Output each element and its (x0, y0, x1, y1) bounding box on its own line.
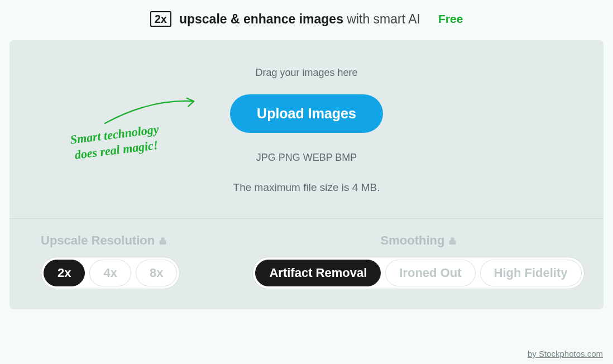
upscale-option-4x[interactable]: 4x (89, 260, 131, 286)
upscale-option-8x[interactable]: 8x (136, 260, 177, 286)
drop-area[interactable]: Smart technology does real magic! Drag y… (9, 40, 604, 218)
smoothing-option-artifact-removal[interactable]: Artifact Removal (255, 260, 381, 286)
smoothing-label-text: Smoothing (381, 233, 445, 248)
main-panel: Smart technology does real magic! Drag y… (9, 40, 604, 309)
smoothing-label: Smoothing (252, 233, 584, 248)
header-title: upscale & enhance images with smart AI (179, 12, 420, 27)
upload-images-button[interactable]: Upload Images (230, 94, 383, 133)
options-row: Upscale Resolution 2x 4x 8x Smoothing Ar… (9, 219, 604, 289)
footer-credit-link[interactable]: by Stockphotos.com (528, 349, 603, 358)
header-title-light: with smart AI (343, 12, 420, 26)
drop-hint: Drag your images here (9, 67, 604, 79)
upscale-resolution-label: Upscale Resolution (41, 233, 180, 248)
max-file-size: The maximum file size is 4 MB. (9, 181, 604, 194)
header-title-bold: upscale & enhance images (179, 12, 343, 26)
free-label: Free (438, 12, 463, 26)
lock-icon (449, 237, 456, 245)
header-badge-2x: 2x (150, 11, 171, 27)
smoothing-group: Smoothing Artifact Removal Ironed Out Hi… (252, 233, 584, 289)
upscale-option-2x[interactable]: 2x (44, 260, 85, 286)
smoothing-pill-row: Artifact Removal Ironed Out High Fidelit… (252, 257, 584, 289)
page-header: 2x upscale & enhance images with smart A… (0, 0, 613, 40)
upscale-pill-row: 2x 4x 8x (41, 257, 180, 289)
smoothing-option-ironed-out[interactable]: Ironed Out (385, 260, 475, 286)
upscale-resolution-group: Upscale Resolution 2x 4x 8x (41, 233, 180, 289)
smoothing-option-high-fidelity[interactable]: High Fidelity (480, 260, 582, 286)
lock-icon (159, 237, 166, 245)
upscale-resolution-label-text: Upscale Resolution (41, 233, 155, 248)
